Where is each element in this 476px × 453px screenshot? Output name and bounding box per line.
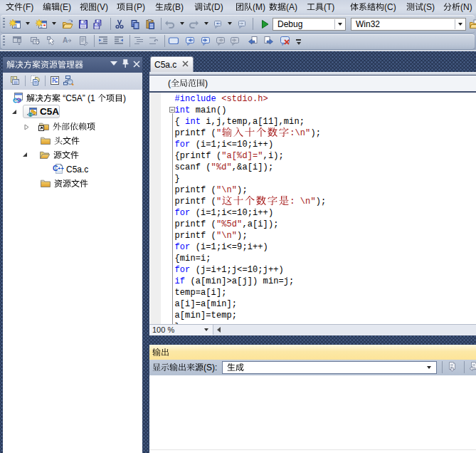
svg-text:A: A [63, 36, 68, 44]
svg-text:++: ++ [58, 165, 64, 172]
